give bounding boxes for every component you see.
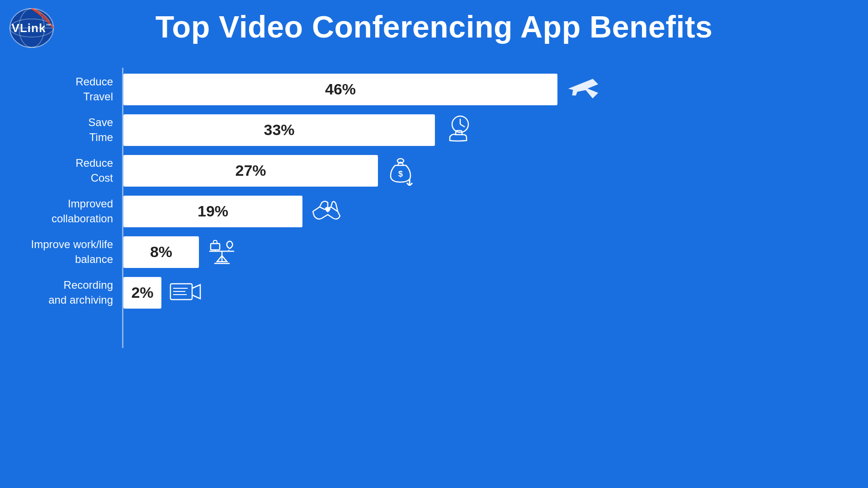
bar-label-work-life: Improve work/lifebalance	[0, 237, 122, 267]
bar-value-improved-collab: 19%	[198, 202, 228, 220]
svg-text:$: $	[398, 169, 403, 178]
bar-label-reduce-cost: ReduceCost	[0, 156, 122, 185]
money-bag-icon: $	[386, 154, 415, 188]
bar-row-reduce-travel: ReduceTravel 46%	[0, 70, 868, 108]
bar-row-reduce-cost: ReduceCost 27% $	[0, 151, 868, 190]
bar-value-recording: 2%	[131, 284, 153, 301]
bar-fill-improved-collab: 19%	[123, 196, 302, 227]
bar-row-improved-collab: Improvedcollaboration 19%	[0, 192, 868, 230]
bar-value-save-time: 33%	[264, 121, 294, 139]
clock-hand-icon	[443, 114, 477, 145]
bar-value-work-life: 8%	[150, 243, 172, 261]
video-record-icon	[170, 279, 203, 306]
bar-label-improved-collab: Improvedcollaboration	[0, 197, 122, 226]
bar-fill-reduce-travel: 46%	[123, 74, 557, 105]
chart-container: ReduceTravel 46% SaveTime 33%	[0, 70, 868, 479]
bar-row-save-time: SaveTime 33%	[0, 111, 868, 149]
balance-icon	[207, 235, 239, 269]
bar-row-recording: Recordingand archiving 2%	[0, 273, 868, 312]
handshake-icon	[311, 196, 344, 227]
bar-label-save-time: SaveTime	[0, 115, 122, 145]
bar-fill-work-life: 8%	[123, 236, 199, 268]
bar-value-reduce-cost: 27%	[235, 162, 266, 179]
page-title: Top Video Conferencing App Benefits	[0, 9, 868, 44]
bar-fill-save-time: 33%	[123, 114, 435, 146]
bar-row-work-life: Improve work/lifebalance 8%	[0, 233, 868, 271]
svg-rect-10	[211, 244, 220, 250]
bar-label-recording: Recordingand archiving	[0, 278, 122, 307]
svg-line-6	[460, 124, 465, 127]
bar-fill-recording: 2%	[123, 277, 161, 309]
bar-fill-reduce-cost: 27%	[123, 155, 378, 187]
airplane-icon	[566, 75, 602, 104]
bar-label-reduce-travel: ReduceTravel	[0, 75, 122, 104]
bar-value-reduce-travel: 46%	[325, 80, 356, 98]
